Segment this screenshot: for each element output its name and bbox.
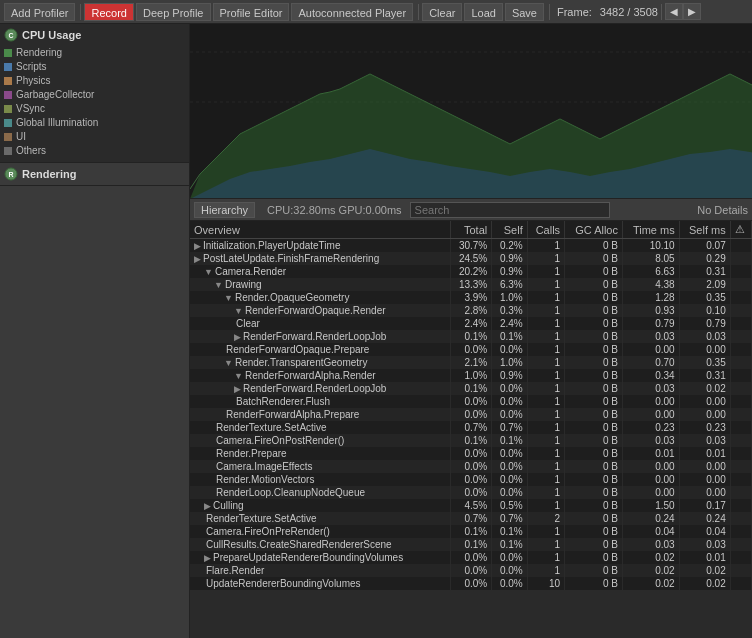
row-expand-icon[interactable]: ▼ (224, 293, 233, 303)
row-expand-icon[interactable]: ▶ (194, 254, 201, 264)
table-row[interactable]: ▶RenderForward.RenderLoopJob 0.1% 0.0% 1… (190, 382, 752, 395)
row-warn (730, 252, 751, 265)
row-total: 0.0% (450, 577, 492, 590)
record-button[interactable]: Record (84, 3, 133, 21)
legend-item-ui[interactable]: UI (4, 130, 185, 144)
row-expand-icon[interactable]: ▼ (204, 267, 213, 277)
table-row[interactable]: ▶RenderForward.RenderLoopJob 0.1% 0.1% 1… (190, 330, 752, 343)
clear-button[interactable]: Clear (422, 3, 462, 21)
table-row[interactable]: ▼Drawing 13.3% 6.3% 1 0 B 4.38 2.09 (190, 278, 752, 291)
table-row[interactable]: Clear 2.4% 2.4% 1 0 B 0.79 0.79 (190, 317, 752, 330)
legend-item-garbagecollector[interactable]: GarbageCollector (4, 88, 185, 102)
row-warn (730, 434, 751, 447)
col-total[interactable]: Total (450, 221, 492, 239)
legend-item-physics[interactable]: Physics (4, 74, 185, 88)
table-row[interactable]: ▶Initialization.PlayerUpdateTime 30.7% 0… (190, 239, 752, 253)
col-self[interactable]: Self (492, 221, 528, 239)
deep-profile-button[interactable]: Deep Profile (136, 3, 211, 21)
save-button[interactable]: Save (505, 3, 544, 21)
row-expand-icon[interactable]: ▶ (234, 384, 241, 394)
row-time-ms: 0.79 (622, 317, 679, 330)
row-expand-icon[interactable]: ▼ (234, 371, 243, 381)
chart-area[interactable]: Selected: Update Lights 10ms (100FPS) 5m… (190, 24, 752, 199)
legend-item-scripts[interactable]: Scripts (4, 60, 185, 74)
legend-item-others[interactable]: Others (4, 144, 185, 158)
row-expand-icon[interactable]: ▶ (194, 241, 201, 251)
table-row[interactable]: Camera.ImageEffects 0.0% 0.0% 1 0 B 0.00… (190, 460, 752, 473)
row-name: ▼Camera.Render (190, 265, 450, 278)
row-time-ms: 0.70 (622, 356, 679, 369)
table-row[interactable]: ▼Render.TransparentGeometry 2.1% 1.0% 1 … (190, 356, 752, 369)
row-self: 1.0% (492, 291, 528, 304)
col-time-ms[interactable]: Time ms (622, 221, 679, 239)
row-expand-icon[interactable]: ▶ (204, 553, 211, 563)
table-row[interactable]: CullResults.CreateSharedRendererScene 0.… (190, 538, 752, 551)
col-calls[interactable]: Calls (527, 221, 564, 239)
row-self: 0.0% (492, 460, 528, 473)
legend-label: Scripts (16, 60, 47, 74)
frame-label: Frame: (557, 6, 592, 18)
load-button[interactable]: Load (464, 3, 502, 21)
row-name: CullResults.CreateSharedRendererScene (190, 538, 450, 551)
row-total: 0.1% (450, 330, 492, 343)
row-self-ms: 0.10 (679, 304, 730, 317)
row-self: 0.1% (492, 330, 528, 343)
table-row[interactable]: Camera.FireOnPreRender() 0.1% 0.1% 1 0 B… (190, 525, 752, 538)
row-expand-icon[interactable]: ▼ (234, 306, 243, 316)
row-expand-icon[interactable]: ▶ (204, 501, 211, 511)
col-gc-alloc[interactable]: GC Alloc (565, 221, 623, 239)
row-self: 0.0% (492, 408, 528, 421)
table-row[interactable]: ▼Render.OpaqueGeometry 3.9% 1.0% 1 0 B 1… (190, 291, 752, 304)
table-row[interactable]: ▼Camera.Render 20.2% 0.9% 1 0 B 6.63 0.3… (190, 265, 752, 278)
row-name: ▼RenderForwardAlpha.Render (190, 369, 450, 382)
row-expand-icon[interactable]: ▶ (234, 332, 241, 342)
table-row[interactable]: ▶Culling 4.5% 0.5% 1 0 B 1.50 0.17 (190, 499, 752, 512)
prev-frame-button[interactable]: ◀ (665, 3, 683, 20)
profiler-search-input[interactable] (410, 202, 610, 218)
legend-item-vsync[interactable]: VSync (4, 102, 185, 116)
table-row[interactable]: RenderTexture.SetActive 0.7% 0.7% 2 0 B … (190, 512, 752, 525)
autoconnected-button[interactable]: Autoconnected Player (291, 3, 413, 21)
row-total: 0.0% (450, 551, 492, 564)
table-row[interactable]: ▼RenderForwardAlpha.Render 1.0% 0.9% 1 0… (190, 369, 752, 382)
add-profiler-button[interactable]: Add Profiler (4, 3, 75, 21)
table-row[interactable]: RenderTexture.SetActive 0.7% 0.7% 1 0 B … (190, 421, 752, 434)
table-row[interactable]: ▶PrepareUpdateRendererBoundingVolumes 0.… (190, 551, 752, 564)
row-expand-icon[interactable]: ▼ (224, 358, 233, 368)
row-name: RenderTexture.SetActive (190, 512, 450, 525)
row-self-ms: 0.31 (679, 369, 730, 382)
table-row[interactable]: Camera.FireOnPostRender() 0.1% 0.1% 1 0 … (190, 434, 752, 447)
table-row[interactable]: ▶PostLateUpdate.FinishFrameRendering 24.… (190, 252, 752, 265)
profile-editor-button[interactable]: Profile Editor (213, 3, 290, 21)
row-gc-alloc: 0 B (565, 564, 623, 577)
row-name: ▶PrepareUpdateRendererBoundingVolumes (190, 551, 450, 564)
table-row[interactable]: RenderForwardAlpha.Prepare 0.0% 0.0% 1 0… (190, 408, 752, 421)
row-gc-alloc: 0 B (565, 252, 623, 265)
table-row[interactable]: BatchRenderer.Flush 0.0% 0.0% 1 0 B 0.00… (190, 395, 752, 408)
table-row[interactable]: ▼RenderForwardOpaque.Render 2.8% 0.3% 1 … (190, 304, 752, 317)
next-frame-button[interactable]: ▶ (683, 3, 701, 20)
hierarchy-button[interactable]: Hierarchy (194, 202, 255, 218)
legend-item-rendering[interactable]: Rendering (4, 46, 185, 60)
table-row[interactable]: RenderForwardOpaque.Prepare 0.0% 0.0% 1 … (190, 343, 752, 356)
row-warn (730, 356, 751, 369)
table-row[interactable]: UpdateRendererBoundingVolumes 0.0% 0.0% … (190, 577, 752, 590)
table-row[interactable]: Flare.Render 0.0% 0.0% 1 0 B 0.02 0.02 (190, 564, 752, 577)
col-self-ms[interactable]: Self ms (679, 221, 730, 239)
legend-item-global illumination[interactable]: Global Illumination (4, 116, 185, 130)
table-row[interactable]: Render.MotionVectors 0.0% 0.0% 1 0 B 0.0… (190, 473, 752, 486)
row-time-ms: 0.00 (622, 473, 679, 486)
row-total: 30.7% (450, 239, 492, 253)
row-calls: 1 (527, 304, 564, 317)
col-overview[interactable]: Overview (190, 221, 450, 239)
row-warn (730, 447, 751, 460)
row-time-ms: 0.24 (622, 512, 679, 525)
row-expand-icon[interactable]: ▼ (214, 280, 223, 290)
table-container[interactable]: Overview Total Self Calls GC Alloc Time … (190, 221, 752, 638)
main-toolbar: Add Profiler Record Deep Profile Profile… (0, 0, 752, 24)
row-total: 2.1% (450, 356, 492, 369)
row-gc-alloc: 0 B (565, 317, 623, 330)
table-row[interactable]: RenderLoop.CleanupNodeQueue 0.0% 0.0% 1 … (190, 486, 752, 499)
col-warn[interactable]: ⚠ (730, 221, 751, 239)
table-row[interactable]: Render.Prepare 0.0% 0.0% 1 0 B 0.01 0.01 (190, 447, 752, 460)
